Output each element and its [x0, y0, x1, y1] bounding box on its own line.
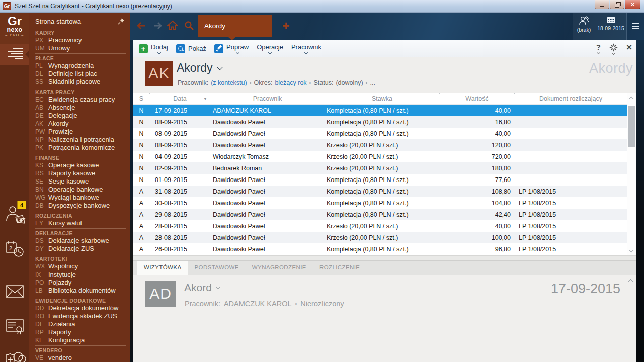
scrollbar-thumb[interactable] — [628, 106, 635, 147]
sidebar-item-po[interactable]: POPojazdy — [35, 279, 126, 287]
sidebar-item-wx[interactable]: WXWspólnicy — [35, 262, 126, 270]
table-row[interactable]: N17-09-2015ADAMCZUK KAROLKompletacja (0,… — [133, 105, 636, 116]
sidebar-item-ss[interactable]: SSSkładniki płacowe — [35, 78, 126, 86]
restore-button[interactable] — [610, 0, 624, 9]
sidebar-item-ab[interactable]: ABAbsencje — [35, 104, 126, 112]
toolbar-button-popraw[interactable]: Popraw — [210, 40, 253, 57]
filter-value[interactable]: (z kontekstu) — [211, 79, 247, 86]
search-icon[interactable] — [184, 21, 194, 31]
settings-button[interactable] — [609, 43, 618, 54]
tab-wynagrodzenie[interactable]: WYNAGRODZENIE — [246, 261, 313, 275]
sidebar-item-db[interactable]: DBDyspozycje bankowe — [35, 202, 126, 210]
sidebar-item-dl[interactable]: DLDefinicje list płac — [35, 70, 126, 78]
sidebar-item-ey[interactable]: EYKursy walut — [35, 219, 126, 227]
forward-icon[interactable] — [152, 21, 164, 31]
sidebar-item-se[interactable]: SESesje kasowe — [35, 177, 126, 186]
new-tab-button[interactable]: + — [282, 18, 290, 33]
pane-splitter[interactable] — [133, 255, 636, 261]
session-user-panel[interactable]: (brak) — [573, 13, 595, 40]
back-icon[interactable] — [135, 21, 147, 31]
toolbar-button-poka[interactable]: Pokaż — [172, 40, 210, 57]
sidebar-item-rp[interactable]: RPRaporty — [35, 328, 126, 336]
sidebar-item-rs[interactable]: RSRaporty kasowe — [35, 169, 126, 177]
sidebar-item-wg[interactable]: WGWyciągi bankowe — [35, 194, 126, 202]
sidebar-item-di[interactable]: DIDziałania — [35, 320, 126, 328]
sidebar-item-ro[interactable]: ROEwidencja składek ZUS — [35, 312, 126, 320]
menu-section: DEKLARACJEDSDeklaracje skarboweDYDeklara… — [35, 228, 126, 253]
app-menu-button[interactable] — [632, 23, 639, 31]
scroll-up-icon[interactable] — [629, 97, 633, 101]
sidebar-item-ix[interactable]: IXInstytucje — [35, 270, 126, 279]
tab-podstawowe[interactable]: PODSTAWOWE — [188, 261, 246, 275]
sidebar-item-kf[interactable]: KFKonfiguracja — [35, 336, 126, 344]
tab-rozliczenie[interactable]: ROZLICZENIE — [313, 261, 366, 275]
table-row[interactable]: N01-09-2015Dawidowski PawełKompletacja (… — [133, 174, 636, 186]
table-row[interactable]: A29-08-2015Dawidowski PawełKompletacja (… — [133, 209, 636, 220]
filter-value[interactable]: ... — [370, 79, 375, 86]
column-header-pracownik[interactable]: Pracownik — [210, 93, 325, 104]
sidebar-item-um[interactable]: UMUmowy — [35, 44, 126, 52]
column-header-dokumentrozliczajcy[interactable]: Dokument rozliczający — [514, 93, 627, 104]
sidebar-item-ak[interactable]: AKAkordy — [35, 120, 126, 128]
scroll-down-icon[interactable] — [629, 248, 633, 252]
table-row[interactable]: N04-09-2015Włodarczyk TomaszKrzesło (20,… — [133, 151, 636, 162]
cell-data: 02-09-2015 — [149, 162, 210, 174]
column-header-warto[interactable]: Wartość — [439, 93, 514, 104]
sidebar-item-ks[interactable]: KSOperacje kasowe — [35, 161, 126, 169]
toolbar-button-pracownik[interactable]: Pracownik — [287, 40, 326, 57]
table-row[interactable]: N08-09-2015Dawidowski PawełKompletacja (… — [133, 116, 636, 128]
toolbar-button-operacje[interactable]: Operacje — [253, 40, 287, 57]
sidebar-item-pw[interactable]: PWProwizje — [35, 128, 126, 136]
table-scrollbar[interactable] — [627, 93, 636, 255]
sidebar-item-px[interactable]: PXPracownicy — [35, 36, 126, 44]
minimize-button[interactable] — [595, 0, 609, 9]
calendar-clock-icon[interactable]: 2 — [5, 240, 25, 259]
sidebar-item-ve[interactable]: VEvendero — [35, 354, 126, 362]
vendero-shield-icon[interactable] — [4, 350, 26, 362]
certificate-icon[interactable] — [5, 318, 25, 335]
cell-s: A — [133, 232, 149, 243]
sidebar-item-bn[interactable]: BNOperacje bankowe — [35, 186, 126, 194]
detail-scroll-up-icon[interactable] — [628, 279, 633, 284]
column-header-stawka[interactable]: Stawka — [325, 93, 439, 104]
menu-item-code: PL — [35, 62, 48, 70]
work-date-panel[interactable]: 18-09-2015 — [595, 13, 626, 40]
table-row[interactable]: N08-09-2015Dawidowski PawełKompletacja (… — [133, 128, 636, 139]
cell-dokument — [514, 105, 627, 116]
view-title-button[interactable]: Akordy — [177, 61, 222, 75]
table-row[interactable]: N08-09-2015Dawidowski PawełKrzesło (20,0… — [133, 139, 636, 151]
table-row[interactable]: A26-08-2015Dawidowski PawełKompletacja (… — [133, 243, 636, 255]
close-button[interactable]: × — [625, 0, 640, 9]
close-view-button[interactable]: × — [626, 43, 632, 51]
sidebar-item-pk[interactable]: PKPotrącenia komornicze — [35, 144, 126, 152]
tab-akordy[interactable]: Akordy — [198, 15, 272, 37]
table-row[interactable]: A30-08-2015Dawidowski PawełKompletacja (… — [133, 197, 636, 209]
home-icon[interactable] — [167, 20, 178, 31]
pin-icon[interactable] — [118, 18, 125, 25]
cell-pracownik: Włodarczyk Tomasz — [210, 151, 325, 162]
filter-value[interactable]: bieżący rok — [275, 79, 306, 86]
sidebar-item-ds[interactable]: DSDeklaracje skarbowe — [35, 237, 126, 245]
table-row[interactable]: A28-08-2015Dawidowski PawełKrzesło (20,0… — [133, 232, 636, 243]
mail-icon[interactable] — [6, 284, 25, 299]
detail-title-button[interactable]: Akord — [184, 282, 220, 294]
help-button[interactable]: ? — [596, 43, 601, 54]
column-header-data[interactable]: Data▼ — [149, 93, 210, 104]
column-header-s[interactable]: S — [133, 93, 149, 104]
window-titlebar[interactable]: Gr Szef Szef na Gratyfikant - Gratyfikan… — [0, 0, 644, 13]
menu-item-code: SE — [35, 177, 48, 186]
sidebar-item-lb[interactable]: LBBiblioteka dokumentów — [35, 287, 126, 295]
sidebar-item-dd[interactable]: DDDekretacja dokumentów — [35, 304, 126, 312]
sidebar-item-pl[interactable]: PLWynagrodzenia — [35, 62, 126, 70]
toolbar-button-dodaj[interactable]: +Dodaj — [135, 40, 172, 57]
sidebar-item-dy[interactable]: DYDeklaracje ZUS — [35, 245, 126, 253]
tab-wizytwka[interactable]: WIZYTÓWKA — [137, 261, 188, 275]
sidebar-item-de[interactable]: DEDelegacje — [35, 112, 126, 120]
table-row[interactable]: N02-09-2015Bednarek RomanKrzesło (20,00 … — [133, 162, 636, 174]
sidebar-item-np[interactable]: NPNaliczenia i potrącenia — [35, 136, 126, 144]
table-row[interactable]: A31-08-2015Dawidowski PawełKompletacja (… — [133, 186, 636, 197]
sidebar-item-ec[interactable]: ECEwidencja czasu pracy — [35, 96, 126, 104]
table-row[interactable]: A28-08-2015Dawidowski PawełKrzesło (20,0… — [133, 220, 636, 232]
module-menu-button[interactable] — [0, 44, 29, 65]
sidebar-item-strona-startowa[interactable]: Strona startowa — [35, 16, 126, 27]
